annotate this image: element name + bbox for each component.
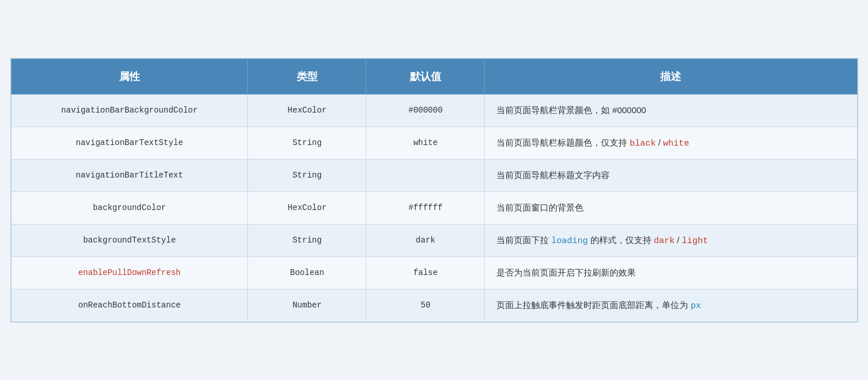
cell-property: backgroundColor	[11, 191, 248, 224]
header-property: 属性	[11, 59, 248, 94]
cell-default: 50	[366, 289, 485, 321]
cell-type: Boolean	[248, 256, 366, 289]
cell-property: onReachBottomDistance	[11, 289, 248, 321]
cell-default: white	[366, 126, 485, 159]
header-type: 类型	[248, 59, 366, 94]
cell-type: String	[248, 159, 366, 191]
table-row: enablePullDownRefreshBooleanfalse是否为当前页面…	[11, 256, 857, 289]
desc-part: 是否为当前页面开启下拉刷新的效果	[496, 267, 636, 277]
desc-part: black	[630, 139, 656, 149]
cell-property: navigationBarTitleText	[11, 159, 248, 191]
table-body: navigationBarBackgroundColorHexColor#000…	[11, 94, 857, 321]
desc-part: 当前页面窗口的背景色	[496, 202, 584, 212]
main-table-container: 属性 类型 默认值 描述 navigationBarBackgroundColo…	[10, 58, 858, 323]
cell-default	[366, 159, 485, 191]
cell-property: enablePullDownRefresh	[11, 256, 248, 289]
cell-description: 是否为当前页面开启下拉刷新的效果	[485, 256, 857, 289]
cell-property: navigationBarTextStyle	[11, 126, 248, 159]
cell-default: false	[366, 256, 485, 289]
table-row: navigationBarTitleTextString当前页面导航栏标题文字内…	[11, 159, 857, 191]
cell-description: 当前页面下拉 loading 的样式，仅支持 dark / light	[485, 224, 857, 256]
table-row: navigationBarBackgroundColorHexColor#000…	[11, 94, 857, 126]
desc-part: 当前页面导航栏标题颜色，仅支持	[496, 137, 629, 147]
header-default: 默认值	[366, 59, 485, 94]
cell-default: #ffffff	[366, 191, 485, 224]
cell-description: 当前页面导航栏标题颜色，仅支持 black / white	[485, 126, 857, 159]
desc-part: 当前页面导航栏标题文字内容	[496, 170, 610, 180]
desc-part: /	[656, 137, 664, 147]
desc-part: loading	[552, 236, 588, 246]
properties-table: 属性 类型 默认值 描述 navigationBarBackgroundColo…	[11, 59, 858, 322]
table-row: backgroundColorHexColor#ffffff当前页面窗口的背景色	[11, 191, 857, 224]
table-row: onReachBottomDistanceNumber50页面上拉触底事件触发时…	[11, 289, 857, 321]
desc-part: 的样式，仅支持	[588, 235, 654, 245]
desc-part: /	[675, 235, 682, 245]
cell-description: 当前页面导航栏标题文字内容	[485, 159, 857, 191]
table-header-row: 属性 类型 默认值 描述	[11, 59, 857, 94]
cell-type: String	[248, 224, 366, 256]
desc-part: 页面上拉触底事件触发时距页面底部距离，单位为	[496, 300, 690, 310]
cell-type: HexColor	[248, 94, 366, 126]
desc-part: px	[691, 301, 701, 311]
cell-type: Number	[248, 289, 366, 321]
desc-part: white	[663, 139, 689, 149]
desc-part: dark	[654, 236, 675, 246]
cell-description: 页面上拉触底事件触发时距页面底部距离，单位为 px	[485, 289, 857, 321]
cell-default: #000000	[366, 94, 485, 126]
cell-description: 当前页面导航栏背景颜色，如 #000000	[485, 94, 857, 126]
desc-part: 当前页面下拉	[496, 235, 551, 245]
table-row: navigationBarTextStyleStringwhite当前页面导航栏…	[11, 126, 857, 159]
cell-type: HexColor	[248, 191, 366, 224]
cell-default: dark	[366, 224, 485, 256]
table-row: backgroundTextStyleStringdark当前页面下拉 load…	[11, 224, 857, 256]
desc-part: 当前页面导航栏背景颜色，如 #000000	[496, 105, 646, 115]
cell-description: 当前页面窗口的背景色	[485, 191, 857, 224]
desc-part: light	[682, 236, 708, 246]
cell-type: String	[248, 126, 366, 159]
cell-property: backgroundTextStyle	[11, 224, 248, 256]
header-description: 描述	[485, 59, 857, 94]
cell-property: navigationBarBackgroundColor	[11, 94, 248, 126]
